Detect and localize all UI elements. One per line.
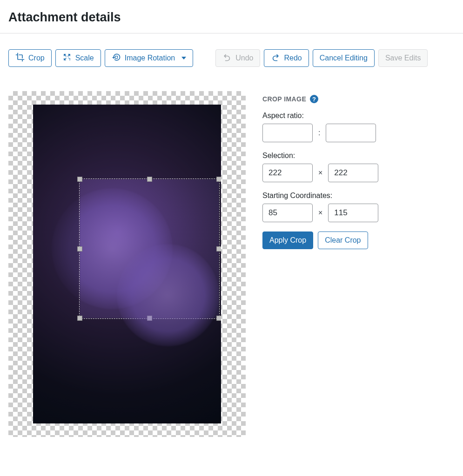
crop-handle-ne[interactable]	[216, 177, 221, 182]
crop-label: Crop	[28, 54, 45, 62]
aspect-separator: :	[318, 129, 320, 137]
undo-button[interactable]: Undo	[215, 49, 260, 67]
crop-handle-n[interactable]	[147, 177, 152, 182]
image-canvas[interactable]	[8, 91, 246, 437]
scale-button[interactable]: Scale	[55, 49, 101, 67]
crop-icon	[15, 53, 25, 64]
coord-x-input[interactable]	[262, 204, 313, 222]
image-rotation-button[interactable]: Image Rotation	[105, 49, 194, 67]
image-preview[interactable]	[33, 105, 221, 423]
aspect-width-input[interactable]	[262, 124, 313, 142]
apply-crop-button[interactable]: Apply Crop	[262, 231, 313, 249]
save-edits-button[interactable]: Save Edits	[378, 49, 428, 67]
crop-handle-w[interactable]	[77, 246, 82, 251]
rotate-icon	[112, 53, 121, 64]
save-label: Save Edits	[385, 54, 421, 62]
clear-crop-label: Clear Crop	[325, 236, 361, 245]
redo-label: Redo	[284, 54, 302, 62]
crop-handle-se[interactable]	[216, 316, 221, 321]
undo-icon	[222, 53, 232, 64]
undo-label: Undo	[235, 54, 253, 62]
crop-handle-sw[interactable]	[77, 316, 82, 321]
cancel-editing-button[interactable]: Cancel Editing	[313, 49, 375, 67]
selection-separator: ×	[318, 169, 322, 177]
cancel-label: Cancel Editing	[320, 54, 368, 62]
crop-handle-e[interactable]	[216, 246, 221, 251]
aspect-ratio-label: Aspect ratio:	[262, 112, 430, 120]
crop-sidebar: CROP IMAGE ? Aspect ratio: : Selection: …	[262, 91, 430, 249]
redo-button[interactable]: Redo	[264, 49, 309, 67]
coord-separator: ×	[318, 209, 322, 217]
selection-label: Selection:	[262, 152, 430, 160]
page-title: Attachment details	[8, 10, 455, 25]
crop-button[interactable]: Crop	[8, 49, 52, 67]
crop-selection[interactable]	[80, 179, 219, 318]
chevron-down-icon	[181, 57, 186, 60]
coord-y-input[interactable]	[328, 204, 378, 222]
coordinates-label: Starting Coordinates:	[262, 192, 430, 200]
crop-section-heading: CROP IMAGE	[262, 95, 306, 103]
crop-handle-s[interactable]	[147, 316, 152, 321]
divider	[0, 33, 463, 33]
crop-handle-nw[interactable]	[77, 177, 82, 182]
apply-crop-label: Apply Crop	[269, 236, 306, 245]
toolbar: Crop Scale Image Rotation Undo	[8, 49, 455, 67]
clear-crop-button[interactable]: Clear Crop	[318, 231, 368, 249]
rotate-label: Image Rotation	[125, 54, 175, 62]
selection-width-input[interactable]	[262, 164, 313, 182]
redo-icon	[271, 53, 280, 64]
selection-height-input[interactable]	[328, 164, 378, 182]
help-icon[interactable]: ?	[310, 95, 318, 103]
scale-icon	[62, 53, 72, 64]
scale-label: Scale	[75, 54, 94, 62]
aspect-height-input[interactable]	[326, 124, 376, 142]
